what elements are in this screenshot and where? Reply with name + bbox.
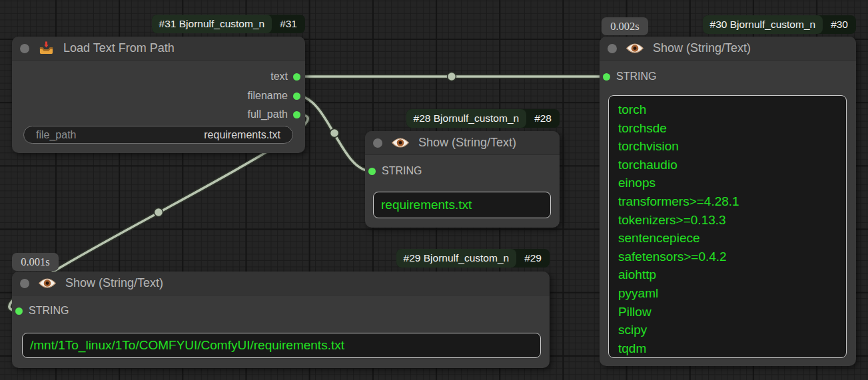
file-path-widget[interactable]: file_path requirements.txt [23, 126, 293, 144]
input-slot-string: STRING [368, 163, 422, 179]
node29-title-bar[interactable]: Show (String/Text) [12, 272, 550, 295]
link-midpoint-dot [155, 208, 163, 217]
node31-badge: #31 Bjornulf_custom_n #31 [152, 15, 305, 33]
node29-exec-time-badge: 0.001s [12, 253, 59, 271]
collapse-dot[interactable] [20, 279, 29, 288]
input-dot-string[interactable] [603, 73, 610, 81]
node-show-string-30[interactable]: Show (String/Text) STRING torch torchsde… [600, 37, 856, 366]
input-dot-string[interactable] [368, 168, 376, 175]
node28-badge-id: #28 [526, 109, 560, 128]
node-graph-canvas[interactable]: { "colors": { "green_text": "#22e022", "… [0, 0, 868, 380]
node28-badge: #28 Bjornulf_custom_n #28 [406, 109, 560, 128]
eye-icon [39, 278, 56, 289]
node31-badge-label: #31 Bjornulf_custom_n [152, 15, 272, 33]
node30-title: Show (String/Text) [653, 41, 751, 55]
collapse-dot[interactable] [20, 44, 29, 53]
file-path-widget-label: file_path [36, 129, 77, 141]
node-show-string-29[interactable]: Show (String/Text) STRING /mnt/1To_linux… [12, 272, 550, 368]
input-label-string: STRING [382, 165, 422, 177]
node30-badge: #30 Bjornulf_custom_n #30 [703, 15, 856, 34]
node31-title: Load Text From Path [63, 41, 175, 55]
node30-exec-time-badge: 0.002s [602, 17, 648, 35]
output-dot-text[interactable] [293, 73, 300, 81]
output-slot-full-path: full_path [248, 105, 306, 124]
node28-title: Show (String/Text) [418, 136, 516, 150]
output-label-full-path: full_path [248, 108, 288, 120]
node29-badge: #29 Bjornulf_custom_n #29 [396, 249, 550, 268]
node30-badge-id: #30 [823, 15, 856, 34]
eye-icon [392, 137, 409, 148]
node31-title-bar[interactable]: Load Text From Path [12, 37, 305, 61]
output-label-filename: filename [248, 90, 288, 102]
string-display-box[interactable]: requirements.txt [373, 192, 551, 218]
node29-badge-id: #29 [516, 249, 550, 268]
output-slot-text: text [270, 67, 305, 86]
input-slot-string: STRING [603, 69, 656, 85]
collapse-dot[interactable] [608, 44, 617, 53]
node29-badge-label: #29 Bjornulf_custom_n [396, 249, 517, 268]
eye-icon [626, 43, 644, 54]
string-display-box[interactable]: /mnt/1To_linux/1To/COMFYUI/ComfyUI/requi… [22, 333, 541, 358]
link-midpoint-dot [330, 129, 339, 138]
node28-badge-label: #28 Bjornulf_custom_n [406, 109, 527, 128]
node28-title-bar[interactable]: Show (String/Text) [365, 131, 560, 155]
node30-title-bar[interactable]: Show (String/Text) [600, 37, 856, 61]
output-dot-full-path[interactable] [293, 111, 300, 118]
collapse-dot[interactable] [373, 138, 382, 148]
link-midpoint-dot [448, 73, 456, 81]
output-label-text: text [270, 71, 288, 83]
input-label-string: STRING [616, 71, 656, 83]
input-dot-string[interactable] [15, 307, 23, 315]
file-path-widget-value: requirements.txt [204, 129, 280, 141]
node31-badge-id: #31 [272, 15, 305, 33]
inbox-tray-icon [39, 41, 54, 56]
string-display-box[interactable]: torch torchsde torchvision torchaudio ei… [608, 95, 847, 358]
node30-badge-label: #30 Bjornulf_custom_n [703, 15, 823, 34]
output-slot-filename: filename [248, 87, 305, 105]
node-load-text-from-path[interactable]: Load Text From Path text filename full_p… [12, 37, 305, 153]
node-show-string-28[interactable]: Show (String/Text) STRING requirements.t… [365, 131, 560, 228]
output-dot-filename[interactable] [293, 93, 300, 100]
input-label-string: STRING [29, 305, 69, 317]
node29-title: Show (String/Text) [65, 276, 163, 290]
input-slot-string: STRING [15, 303, 69, 319]
